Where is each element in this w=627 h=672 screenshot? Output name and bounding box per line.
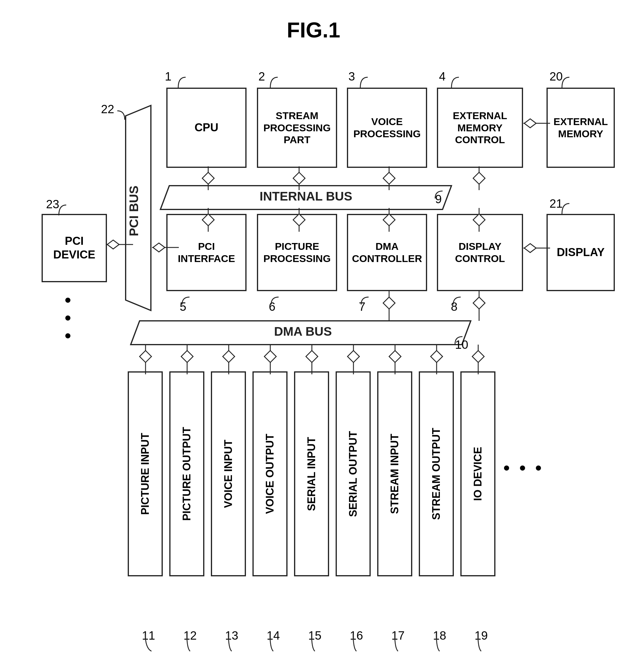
svg-marker-13 — [383, 172, 395, 184]
svg-marker-55 — [223, 351, 235, 362]
pci-bus-device-connector — [106, 237, 133, 252]
disp-ctrl-dma-bus-connector — [472, 291, 486, 321]
svg-marker-22 — [202, 214, 214, 226]
ref20-curve — [553, 76, 571, 89]
svg-text:INTERNAL BUS: INTERNAL BUS — [260, 189, 352, 203]
pic-output-dma-connector — [180, 344, 195, 374]
pci-bus-shape: PCI BUS — [124, 104, 152, 312]
svg-marker-34 — [524, 244, 536, 253]
ref2-curve — [261, 76, 279, 89]
ref5-curve — [180, 295, 195, 306]
serial-output-dma-connector — [346, 344, 361, 374]
ref22-curve — [110, 109, 126, 121]
ref3-curve — [352, 76, 369, 89]
diagram: FIG.1 CPU 1 STREAM PROCESSING PART 2 VOI… — [0, 0, 627, 672]
svg-marker-61 — [306, 351, 318, 362]
stream-output-box: STREAM OUTPUT — [419, 371, 454, 576]
ref1-curve — [169, 76, 187, 89]
ref21-curve — [553, 202, 571, 215]
disp-horiz-connector — [523, 241, 550, 256]
ref6-curve — [270, 295, 285, 306]
svg-text:DMA BUS: DMA BUS — [274, 325, 332, 338]
svg-marker-70 — [431, 351, 442, 362]
serial-input-box: SERIAL INPUT — [294, 371, 329, 576]
display-box: DISPLAY — [547, 214, 615, 291]
svg-marker-58 — [264, 351, 276, 362]
dma-ctrl-dma-bus-connector — [382, 291, 396, 321]
svg-marker-31 — [473, 214, 485, 226]
svg-marker-25 — [293, 214, 305, 226]
pic-proc-connector — [292, 208, 307, 232]
stream-input-dma-connector — [388, 344, 403, 374]
ext-mem-horiz-connector — [523, 116, 550, 131]
svg-marker-46 — [473, 297, 485, 309]
cpu-connector — [201, 166, 216, 190]
stream-connector — [292, 166, 307, 190]
svg-marker-19 — [524, 119, 536, 128]
svg-marker-52 — [181, 351, 193, 362]
voice-processing-box: VOICE PROCESSING — [347, 88, 427, 168]
stream-processing-box: STREAM PROCESSING PART — [257, 88, 337, 168]
more-devices-dots: • • • — [503, 457, 544, 478]
serial-input-dma-connector — [305, 344, 319, 374]
svg-marker-10 — [293, 172, 305, 184]
svg-marker-37 — [153, 243, 165, 252]
external-memory-control-box: EXTERNAL MEMORY CONTROL — [437, 88, 523, 168]
external-memory-box: EXTERNAL MEMORY — [547, 88, 615, 168]
ref7-curve — [360, 295, 375, 306]
voice-connector — [382, 166, 396, 190]
svg-marker-64 — [347, 351, 359, 362]
ext-mem-ctrl-connector — [472, 166, 486, 190]
ref9-curve — [434, 190, 449, 200]
dma-bus-shape: DMA BUS — [128, 319, 477, 346]
svg-marker-43 — [383, 297, 395, 309]
svg-marker-49 — [140, 351, 151, 362]
svg-marker-67 — [389, 351, 401, 362]
svg-marker-16 — [473, 172, 485, 184]
svg-marker-73 — [472, 351, 484, 362]
picture-output-box: PICTURE OUTPUT — [169, 371, 204, 576]
svg-marker-28 — [383, 214, 395, 226]
ref8-curve — [452, 295, 466, 306]
pci-device-dots: ••• — [65, 291, 71, 344]
voice-input-dma-connector — [221, 344, 236, 374]
disp-ctrl-top-connector — [472, 208, 486, 232]
ref4-curve — [442, 76, 460, 89]
serial-output-box: SERIAL OUTPUT — [336, 371, 371, 576]
voice-output-box: VOICE OUTPUT — [252, 371, 288, 576]
ref23-curve — [50, 203, 68, 217]
svg-text:PCI BUS: PCI BUS — [127, 186, 141, 236]
pci-device-box: PCI DEVICE — [42, 214, 107, 282]
svg-marker-7 — [202, 172, 214, 184]
cpu-box: CPU — [166, 88, 246, 168]
stream-output-dma-connector — [429, 344, 444, 374]
stream-input-box: STREAM INPUT — [377, 371, 412, 576]
svg-marker-40 — [107, 240, 119, 249]
ref10-curve — [454, 335, 468, 345]
io-device-box: IO DEVICE — [460, 371, 496, 576]
pic-input-dma-connector — [138, 344, 153, 374]
picture-input-box: PICTURE INPUT — [128, 371, 163, 576]
voice-input-box: VOICE INPUT — [211, 371, 246, 576]
dma-ctrl-top-connector — [382, 208, 396, 232]
voice-output-dma-connector — [263, 344, 278, 374]
bottom-ref-curves — [128, 630, 502, 654]
figure-title: FIG.1 — [287, 18, 340, 42]
pci-bus-int-connector — [152, 240, 179, 255]
pci-int-connector — [201, 208, 216, 232]
io-device-dma-connector — [471, 344, 486, 374]
